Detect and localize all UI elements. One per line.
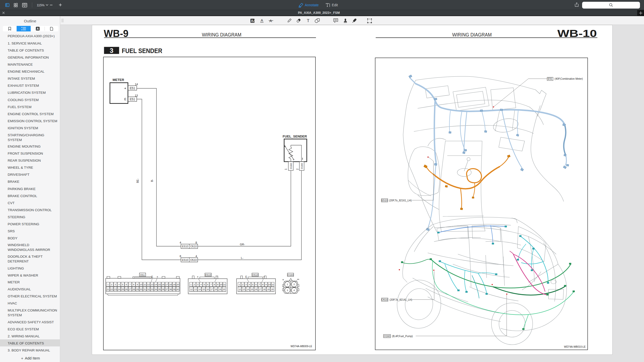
svg-text:3: 3 (115, 283, 116, 286)
svg-text:20: 20 (223, 288, 225, 291)
svg-text:15: 15 (202, 288, 205, 291)
svg-text:22: 22 (110, 288, 113, 290)
svg-text:4: 4 (118, 283, 119, 286)
svg-text:36: 36 (162, 288, 164, 290)
svg-text:(20P,To_82161_LH): (20P,To_82161_LH) (389, 199, 412, 202)
svg-text:14: 14 (247, 288, 249, 291)
svg-text:23: 23 (114, 288, 116, 290)
svg-text:38: 38 (169, 288, 172, 290)
svg-text:27: 27 (129, 288, 131, 290)
svg-text:39: 39 (173, 288, 175, 290)
svg-text:13: 13 (194, 288, 197, 291)
svg-text:12: 12 (190, 288, 192, 291)
svg-text:E510: E510 (205, 273, 211, 276)
svg-text:A: A (36, 27, 38, 30)
svg-text:13: 13 (151, 283, 153, 286)
svg-text:A: A (251, 19, 253, 22)
svg-text:8: 8 (133, 283, 134, 286)
svg-text:+: + (293, 158, 295, 161)
svg-text:18: 18 (169, 283, 172, 286)
svg-text:+: + (263, 275, 265, 278)
svg-text:11: 11 (143, 283, 146, 286)
svg-text:GR-: GR- (240, 243, 245, 246)
svg-text:34: 34 (154, 288, 157, 290)
svg-text:O510: O510 (381, 298, 388, 301)
svg-text:7: 7 (259, 283, 260, 286)
svg-text:4: 4 (293, 289, 295, 292)
svg-text:E: E (245, 276, 247, 278)
svg-text:5: 5 (252, 283, 253, 286)
svg-text:4: 4 (195, 254, 197, 257)
svg-text:METER: METER (112, 78, 124, 82)
svg-text:19: 19 (219, 288, 221, 291)
svg-text:31: 31 (143, 288, 146, 290)
svg-text:18: 18 (263, 288, 265, 291)
svg-text:35: 35 (158, 288, 160, 290)
svg-text:T: T (307, 19, 309, 23)
svg-text:E51: E51 (140, 273, 144, 276)
svg-text:+: + (282, 278, 284, 282)
svg-text:4: 4 (179, 241, 181, 244)
svg-text:WD74A-WB009-LE: WD74A-WB009-LE (290, 345, 312, 348)
svg-text:O510: O510 (190, 258, 196, 261)
svg-text:O160: O160 (384, 335, 390, 337)
svg-text:1: 1 (287, 283, 288, 286)
svg-text:21: 21 (107, 288, 109, 290)
svg-text:13: 13 (243, 288, 245, 291)
svg-text:17: 17 (211, 288, 213, 291)
svg-text:20: 20 (271, 288, 273, 291)
svg-text:2: 2 (111, 283, 112, 286)
svg-text:10: 10 (140, 283, 142, 286)
svg-text:11: 11 (271, 283, 274, 286)
svg-text:17: 17 (259, 288, 261, 291)
svg-text:E51: E51 (130, 86, 135, 90)
svg-text:25: 25 (121, 288, 124, 290)
svg-text:7: 7 (129, 283, 131, 286)
svg-text:18: 18 (215, 288, 217, 291)
svg-text:3: 3 (245, 283, 247, 286)
svg-text:O160: O160 (300, 163, 303, 169)
svg-text:9: 9 (265, 283, 267, 286)
svg-text:6: 6 (126, 283, 127, 286)
svg-text:FUEL_SENDER: FUEL_SENDER (283, 134, 307, 138)
svg-text:30: 30 (140, 288, 142, 290)
svg-text:29: 29 (136, 288, 139, 290)
svg-text:E510: E510 (182, 245, 188, 248)
svg-text:−: − (216, 275, 218, 278)
svg-text:1: 1 (107, 283, 108, 286)
svg-text:20: 20 (176, 283, 179, 286)
svg-text:13: 13 (135, 94, 138, 97)
svg-text:15: 15 (158, 283, 160, 286)
svg-text:O160: O160 (289, 163, 292, 169)
svg-text:8: 8 (262, 283, 263, 286)
svg-text:19: 19 (173, 283, 175, 286)
svg-text:5: 5 (122, 283, 123, 286)
svg-text:E510: E510 (381, 199, 387, 202)
svg-text:8: 8 (179, 254, 181, 257)
svg-text:2: 2 (293, 283, 295, 286)
svg-text:(40P,Combination Meter): (40P,Combination Meter) (554, 77, 583, 80)
svg-text:37: 37 (166, 288, 168, 290)
svg-text:5: 5 (204, 283, 205, 286)
svg-text:28: 28 (132, 288, 135, 290)
svg-text:+: + (124, 86, 126, 90)
svg-text:E510: E510 (182, 258, 188, 261)
svg-text:2: 2 (296, 168, 299, 170)
svg-text:+: + (197, 275, 198, 278)
svg-text:12: 12 (147, 283, 150, 286)
svg-text:9: 9 (137, 283, 138, 286)
svg-text:BE-: BE- (136, 178, 139, 183)
svg-text:A: A (261, 18, 263, 22)
svg-text:E: E (151, 275, 153, 278)
svg-text:L-: L- (241, 256, 243, 259)
svg-text:14: 14 (154, 283, 157, 286)
svg-text:O160: O160 (287, 273, 293, 276)
svg-text:33: 33 (151, 288, 153, 290)
svg-text:11: 11 (223, 283, 225, 286)
svg-text:12: 12 (238, 288, 241, 291)
svg-text:1: 1 (284, 168, 287, 170)
svg-text:2: 2 (242, 283, 243, 286)
svg-text:4: 4 (200, 283, 202, 286)
svg-text:E51: E51 (130, 98, 135, 101)
svg-text:40: 40 (176, 288, 179, 290)
